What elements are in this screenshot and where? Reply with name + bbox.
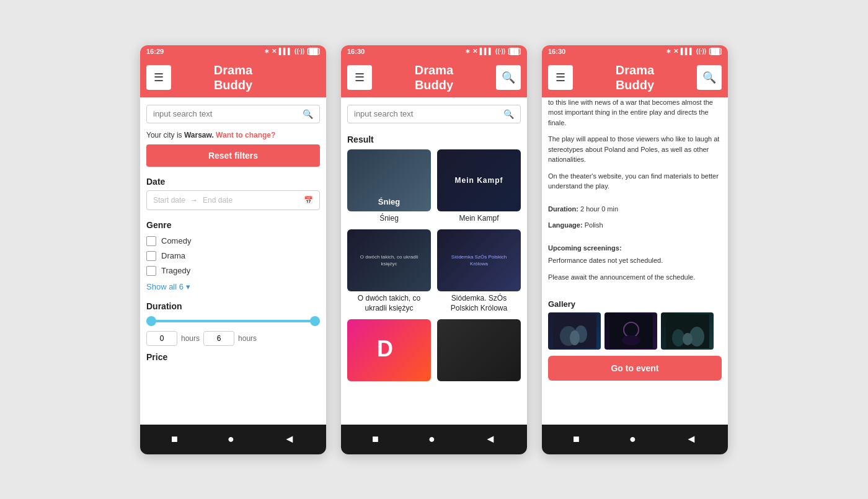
nav-square-3[interactable]: ■ xyxy=(573,433,580,446)
desc-para-2: The play will appeal to those viewers wh… xyxy=(548,134,722,165)
mute-icon: ✕ xyxy=(272,48,277,55)
duration-meta-value: 2 hour 0 min xyxy=(580,205,618,213)
gallery-thumb-3[interactable] xyxy=(661,312,714,350)
gallery-title: Gallery xyxy=(542,294,728,312)
start-date: Start date xyxy=(153,196,185,205)
mute-icon-2: ✕ xyxy=(472,48,477,55)
menu-button-1[interactable]: ☰ xyxy=(146,65,171,90)
poster-snieg: Śnieg xyxy=(347,149,431,211)
city-text: Your city is xyxy=(146,131,182,139)
app-title-2: Drama Buddy xyxy=(415,63,453,92)
tragedy-checkbox[interactable] xyxy=(146,266,156,276)
battery-icon: [██] xyxy=(307,48,320,55)
wifi-icon: ((·)) xyxy=(294,48,304,55)
search-input-2[interactable] xyxy=(354,109,503,118)
duration-section: hours hours xyxy=(140,320,326,350)
language-meta-value: Polish xyxy=(585,221,603,229)
phone-screen-3: 16:30 ∗ ✕ ▌▌▌ ((·)) [██] ☰ Drama Buddy 🔍… xyxy=(542,45,728,454)
bluetooth-icon: ∗ xyxy=(264,48,269,55)
nav-square-1[interactable]: ■ xyxy=(171,433,178,446)
nav-circle-1[interactable]: ● xyxy=(228,433,234,446)
duration-label: Duration xyxy=(140,299,326,315)
svg-point-9 xyxy=(672,329,684,347)
search-icon-2: 🔍 xyxy=(503,109,514,119)
duration-min-input[interactable] xyxy=(146,331,177,346)
language-meta-label: Language: xyxy=(548,221,583,229)
duration-slider[interactable] xyxy=(146,320,320,322)
city-row: Your city is Warsaw. Want to change? xyxy=(140,128,326,144)
result-card-owoch[interactable]: O dwóch takich, co ukradli księżyc O dwó… xyxy=(347,229,431,313)
app-header-2: ☰ Drama Buddy 🔍 xyxy=(341,58,527,97)
menu-button-3[interactable]: ☰ xyxy=(548,65,573,90)
drama-checkbox[interactable] xyxy=(146,251,156,261)
result-card-snieg[interactable]: Śnieg Śnieg xyxy=(347,149,431,224)
search-icon-1: 🔍 xyxy=(303,109,313,119)
search-button-2[interactable]: 🔍 xyxy=(496,65,521,90)
wifi-icon-3: ((·)) xyxy=(696,48,706,55)
nav-back-3[interactable]: ◄ xyxy=(686,433,697,446)
result-card-siodemka[interactable]: Siódemka SzÓs Polskich Królowa Siódemka.… xyxy=(437,229,521,313)
go-to-event-button[interactable]: Go to event xyxy=(548,356,722,381)
search-input-1[interactable] xyxy=(153,109,303,118)
app-title-3: Drama Buddy xyxy=(616,63,654,92)
screen2-content: 🔍 Result Śnieg Śnieg Mein Kampf Mein Kam… xyxy=(341,97,527,425)
slider-thumb-left[interactable] xyxy=(146,316,156,326)
search-container-2: 🔍 xyxy=(347,105,521,123)
slider-thumb-right[interactable] xyxy=(310,316,320,326)
result-card-mein[interactable]: Mein Kampf Mein Kampf xyxy=(437,149,521,224)
date-range: Start date → End date 📅 xyxy=(146,190,320,210)
detail-description: to this line with news of a war that bec… xyxy=(542,97,728,204)
app-header-3: ☰ Drama Buddy 🔍 xyxy=(542,58,728,97)
result-image-owoch: O dwóch takich, co ukradli księżyc xyxy=(347,229,431,291)
screen3-content: to this line with news of a war that bec… xyxy=(542,97,728,425)
status-time-2: 16:30 xyxy=(347,48,365,55)
slider-track xyxy=(146,320,320,322)
search-button-3[interactable]: 🔍 xyxy=(697,65,722,90)
comedy-checkbox[interactable] xyxy=(146,236,156,246)
svg-point-7 xyxy=(622,335,640,345)
duration-hours-label-2: hours xyxy=(238,334,257,343)
genre-label: Genre xyxy=(140,218,326,234)
nav-back-1[interactable]: ◄ xyxy=(284,433,295,446)
status-bar-2: 16:30 ∗ ✕ ▌▌▌ ((·)) [██] xyxy=(341,45,527,58)
show-all-link[interactable]: Show all 6 ▾ xyxy=(140,278,326,299)
result-title-snieg: Śnieg xyxy=(347,214,431,224)
poster-owoch: O dwóch takich, co ukradli księżyc xyxy=(347,229,431,291)
nav-back-2[interactable]: ◄ xyxy=(485,433,496,446)
result-card-dark[interactable] xyxy=(437,319,521,384)
bluetooth-icon-3: ∗ xyxy=(666,48,671,55)
bottom-nav-1: ■ ● ◄ xyxy=(140,425,326,454)
duration-meta: Duration: 2 hour 0 min xyxy=(548,204,722,214)
poster-mein-kampf: Mein Kampf xyxy=(437,149,521,211)
nav-square-2[interactable]: ■ xyxy=(372,433,379,446)
gallery-thumb-1[interactable] xyxy=(548,312,601,350)
status-time-3: 16:30 xyxy=(548,48,565,55)
end-date: End date xyxy=(203,196,232,205)
result-title-siodemka: Siódemka. SzÓs Polskich Królowa xyxy=(437,294,521,313)
nav-circle-3[interactable]: ● xyxy=(629,433,636,446)
gallery-image-1 xyxy=(548,312,601,350)
bluetooth-icon-2: ∗ xyxy=(465,48,470,55)
genre-drama: Drama xyxy=(146,249,320,263)
gallery-thumb-2[interactable] xyxy=(604,312,657,350)
detail-meta: Duration: 2 hour 0 min Language: Polish xyxy=(542,204,728,243)
nav-circle-2[interactable]: ● xyxy=(428,433,435,446)
result-title-mein: Mein Kampf xyxy=(437,214,521,224)
menu-button-2[interactable]: ☰ xyxy=(347,65,372,90)
poster-siodemka: Siódemka SzÓs Polskich Królowa xyxy=(437,229,521,291)
upcoming-section: Upcoming screenings: Performance dates n… xyxy=(542,243,728,295)
duration-hours-label-1: hours xyxy=(181,334,200,343)
screen1-content: 🔍 Your city is Warsaw. Want to change? R… xyxy=(140,97,326,425)
search-container-1: 🔍 xyxy=(146,105,320,123)
result-image-dark xyxy=(437,319,521,381)
result-image-siodemka: Siódemka SzÓs Polskich Królowa xyxy=(437,229,521,291)
duration-max-input[interactable] xyxy=(203,331,234,346)
svg-text:D: D xyxy=(377,336,393,361)
date-label: Date xyxy=(140,174,326,190)
change-city-link[interactable]: Want to change? xyxy=(216,131,275,139)
phone-screen-2: 16:30 ∗ ✕ ▌▌▌ ((·)) [██] ☰ Drama Buddy 🔍… xyxy=(341,45,527,454)
reset-filters-button[interactable]: Reset filters xyxy=(146,144,320,167)
result-card-pink[interactable]: D xyxy=(347,319,431,384)
result-image-mein: Mein Kampf xyxy=(437,149,521,211)
mute-icon-3: ✕ xyxy=(673,48,678,55)
